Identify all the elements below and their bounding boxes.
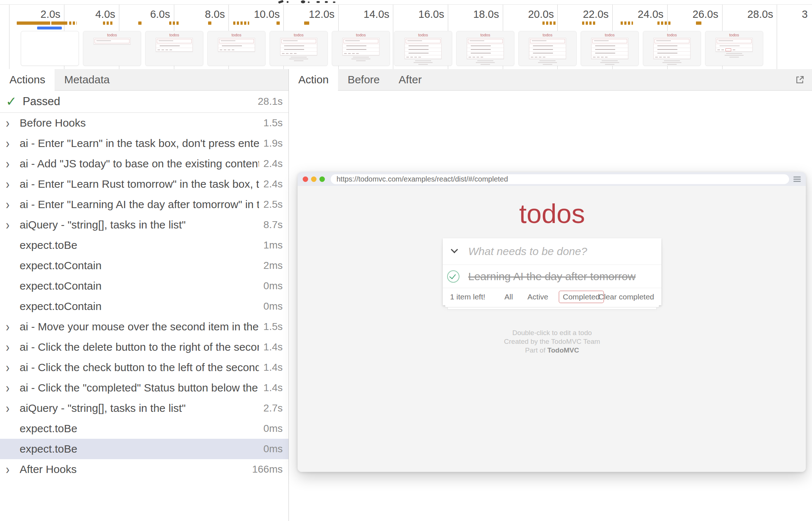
tab-after[interactable]: After: [389, 69, 431, 90]
action-label: expect.toContain: [20, 300, 259, 313]
filmstrip-thumbnail[interactable]: todos: [83, 31, 141, 66]
action-row[interactable]: ›ai - Enter "Learn" in the task box, don…: [0, 133, 288, 154]
action-row[interactable]: ›ai - Click the check button to the left…: [0, 357, 288, 378]
timeline-tick-label: 28.0s: [715, 8, 773, 20]
hamburger-icon[interactable]: [793, 176, 801, 182]
maximize-window-icon[interactable]: [319, 176, 325, 182]
action-row[interactable]: ›After Hooks166ms: [0, 459, 288, 480]
todomvc-page: todos What needs to be done? Learning AI…: [298, 186, 806, 472]
action-row[interactable]: expect.toContain0ms: [0, 296, 288, 317]
filmstrip-thumbnail[interactable]: [21, 31, 79, 66]
filters: AllActiveCompleted: [500, 291, 604, 303]
action-duration: 1.5s: [263, 117, 283, 129]
timeline-tick-label: 16.0s: [386, 8, 444, 20]
tab-action[interactable]: Action: [289, 69, 338, 91]
action-time-mark: [208, 21, 211, 25]
filmstrip-thumbnail[interactable]: todos: [394, 31, 452, 66]
filmstrip-thumbnail[interactable]: todos: [207, 31, 266, 66]
filmstrip-thumbnail[interactable]: todos: [456, 31, 514, 66]
filmstrip-thumbnail[interactable]: todos: [332, 31, 390, 66]
action-time-mark: [17, 21, 51, 25]
action-row[interactable]: ›Before Hooks1.5s: [0, 113, 288, 133]
filmstrip-thumbnail[interactable]: todos: [145, 31, 203, 66]
check-circle-icon[interactable]: [447, 270, 459, 283]
filmstrip-thumbnail[interactable]: todos: [705, 31, 763, 66]
timeline-tick-label: 20.0s: [495, 8, 554, 20]
chevron-right-icon[interactable]: ›: [6, 197, 20, 212]
trace-viewer: 2.0s4.0s6.0s8.0s10.0s12.0s14.0s16.0s18.0…: [0, 0, 812, 521]
chevron-right-icon[interactable]: ›: [6, 176, 20, 192]
action-label: ai - Move your mouse over the second ite…: [20, 321, 259, 333]
chevron-right-icon[interactable]: ›: [6, 319, 20, 335]
action-time-mark: [51, 21, 67, 25]
action-duration: 166ms: [252, 464, 283, 475]
filmstrip-thumbnail[interactable]: todos: [270, 31, 328, 66]
action-label: ai - Enter "Learning AI the day after to…: [20, 198, 259, 211]
tab-actions[interactable]: Actions: [0, 69, 55, 91]
action-row[interactable]: ›ai - Enter "Learn Rust tomorrow" in the…: [0, 174, 288, 194]
url-bar[interactable]: https://todomvc.com/examples/react/dist/…: [331, 174, 789, 184]
chevron-right-icon[interactable]: ›: [6, 156, 20, 172]
action-row[interactable]: ›aiQuery - "string[], tasks in the list"…: [0, 398, 288, 418]
action-duration: 1.5s: [263, 321, 283, 333]
chevron-down-icon[interactable]: [451, 246, 459, 254]
action-duration: 1.4s: [263, 341, 283, 353]
filter-completed[interactable]: Completed: [559, 291, 604, 303]
chevron-right-icon[interactable]: ›: [6, 462, 20, 477]
action-row[interactable]: expect.toBe0ms: [0, 439, 288, 459]
chevron-right-icon[interactable]: ›: [6, 339, 20, 355]
action-row[interactable]: ›ai - Enter "Learning AI the day after t…: [0, 194, 288, 215]
filmstrip-thumbnail[interactable]: todos: [581, 31, 639, 66]
action-row[interactable]: expect.toBe1ms: [0, 235, 288, 255]
action-time-mark: [542, 21, 556, 25]
action-row[interactable]: ›ai - Add "JS today" to base on the exis…: [0, 154, 288, 174]
action-label: ai - Click the delete button to the righ…: [20, 341, 259, 353]
status-label: Passed: [23, 95, 258, 108]
close-window-icon[interactable]: [303, 176, 308, 182]
chevron-right-icon[interactable]: ›: [6, 380, 20, 396]
tab-before[interactable]: Before: [338, 69, 389, 90]
chevron-right-icon[interactable]: ›: [6, 136, 20, 151]
info-line: Created by the TodoMVC Team: [443, 337, 661, 346]
action-label: expect.toBe: [20, 239, 259, 251]
timeline-tick-label: 4.0s: [57, 8, 115, 20]
action-row[interactable]: expect.toContain2ms: [0, 255, 288, 276]
info-line: Part of TodoMVC: [443, 346, 661, 355]
timeline-tick-label: 2.0s: [2, 8, 60, 20]
chevron-right-icon[interactable]: ›: [6, 217, 20, 233]
new-todo-input[interactable]: What needs to be done?: [443, 238, 661, 265]
stacked-sheet: [447, 307, 657, 310]
action-duration: 0ms: [263, 280, 283, 292]
browser-chrome: https://todomvc.com/examples/react/dist/…: [298, 172, 806, 186]
chevron-right-icon[interactable]: ›: [6, 115, 20, 131]
minimize-window-icon[interactable]: [311, 176, 317, 182]
action-row[interactable]: expect.toBe0ms: [0, 418, 288, 439]
timeline-tick-label: 22.0s: [550, 8, 609, 20]
action-row[interactable]: ›ai - Move your mouse over the second it…: [0, 317, 288, 337]
action-time-mark: [103, 21, 114, 25]
status-duration: 28.1s: [258, 96, 283, 107]
filter-all[interactable]: All: [500, 291, 517, 303]
todos-app: todos What needs to be done? Learning AI…: [443, 198, 661, 355]
filmstrip-thumbnail[interactable]: todos: [643, 31, 701, 66]
filmstrip-thumbnail[interactable]: todos: [518, 31, 577, 66]
action-row[interactable]: ›ai - Click the "completed" Status butto…: [0, 378, 288, 398]
action-row[interactable]: ›ai - Click the delete button to the rig…: [0, 337, 288, 357]
action-duration: 2ms: [263, 260, 283, 271]
action-row[interactable]: ›aiQuery - "string[], tasks in the list"…: [0, 215, 288, 235]
timeline[interactable]: 2.0s4.0s6.0s8.0s10.0s12.0s14.0s16.0s18.0…: [0, 4, 812, 70]
tab-metadata[interactable]: Metadata: [55, 69, 119, 90]
chevron-right-icon[interactable]: ›: [6, 401, 20, 416]
clear-completed-button[interactable]: Clear completed: [598, 293, 654, 301]
filter-active[interactable]: Active: [524, 291, 552, 303]
chevron-right-icon[interactable]: ›: [6, 360, 20, 375]
info-line: Double-click to edit a todo: [443, 329, 661, 337]
action-list: ›Before Hooks1.5s›ai - Enter "Learn" in …: [0, 113, 288, 480]
items-left-label: 1 item left!: [450, 293, 485, 301]
open-external-icon[interactable]: [795, 74, 805, 85]
action-duration: 2.4s: [263, 178, 283, 190]
snapshot-panel: Action Before After https://todomvc.com/…: [289, 69, 812, 521]
action-duration: 0ms: [263, 443, 283, 455]
action-label: Before Hooks: [20, 117, 259, 129]
action-row[interactable]: expect.toContain0ms: [0, 276, 288, 296]
